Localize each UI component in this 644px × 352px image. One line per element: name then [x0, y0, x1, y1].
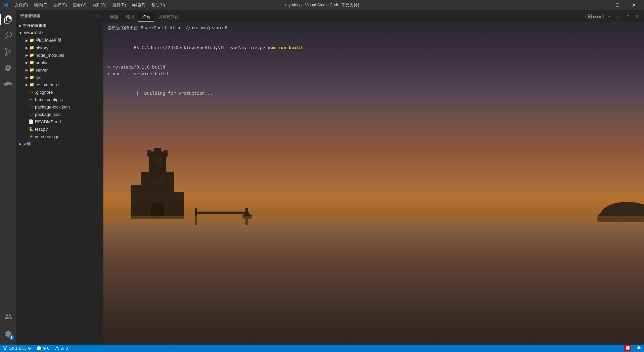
activity-search[interactable] — [0, 28, 16, 44]
terminal-line-prompt: PS C:\Users\123\Desktop\VueStudy\thisvue… — [107, 38, 640, 57]
menu-view[interactable]: 查看(V) — [70, 2, 89, 9]
sidebar-title: 资源管理器 — [20, 13, 40, 18]
terminal-line-blank1 — [107, 31, 640, 38]
maximize-panel-btn[interactable]: ⌃ — [624, 12, 632, 20]
status-warning-count: ⚠ 0 — [61, 346, 68, 351]
menu-help[interactable]: 帮助(H) — [149, 2, 168, 9]
folder-tests[interactable]: ▶ 📁 tests\demo1 — [16, 81, 103, 88]
folder-tests-icon: 📁 — [29, 82, 34, 87]
status-error-count: ⊗ 0 — [43, 346, 49, 351]
terminal-line-hint: 尝试新的跨平台 PowerShell https://aka.ms/pscore… — [107, 25, 640, 31]
minimize-button[interactable]: ─ — [594, 0, 609, 10]
menu-bar: 文件(F) 编辑(E) 选择(S) 查看(V) 转到(G) 运行(R) 终端(T… — [12, 2, 168, 9]
terminal-building-text: Building for production... — [144, 91, 213, 96]
folder-src-label: src — [36, 75, 41, 80]
status-go-version: Go 1.17.3 ⚙ — [9, 346, 31, 351]
folder-server-icon: 📁 — [29, 67, 34, 73]
folder-node-modules-icon: 📁 — [29, 52, 34, 58]
close-button[interactable]: ✕ — [626, 0, 641, 10]
activity-explorer[interactable] — [0, 11, 16, 28]
terminal-content[interactable]: 尝试新的跨平台 PowerShell https://aka.ms/pscore… — [103, 22, 644, 345]
python-file-icon: 🐍 — [28, 126, 34, 132]
folder-server-label: server — [36, 68, 48, 73]
terminal-output-1: > my-aiecp@0.1.0 build — [107, 64, 640, 71]
status-ime-text: 搜 — [624, 345, 631, 351]
outline-section[interactable]: ▶ 大纲 — [16, 140, 103, 147]
project-section[interactable]: ▼ MY-AIECP — [16, 29, 103, 37]
panel-tabs-right: node ＋ ⌄ ⌃ ✕ — [586, 12, 641, 22]
folder-dynamic-routes[interactable]: ▶ 📁 动态路由初版 — [16, 37, 103, 44]
package-icon: ⬡ — [28, 112, 34, 117]
status-errors[interactable]: ⊗ 0 — [34, 345, 52, 352]
menu-file[interactable]: 文件(F) — [12, 2, 31, 9]
file-vue-config[interactable]: ◈ vue.config.js — [16, 133, 103, 140]
file-testpy-label: test.py — [35, 127, 48, 132]
open-editors-section[interactable]: ▶ 打开的编辑器 — [16, 22, 103, 29]
title-bar-controls: ─ □ ✕ — [594, 0, 641, 10]
babel-file-icon: ▪ — [28, 97, 34, 102]
tab-output[interactable]: 输出 — [122, 12, 138, 22]
add-terminal-btn[interactable]: ＋ — [605, 12, 613, 20]
maximize-button[interactable]: □ — [610, 0, 625, 10]
window-title: my-aiecp - Visual Studio Code [不受支持] — [285, 2, 359, 8]
menu-select[interactable]: 选择(S) — [51, 2, 70, 9]
status-notifications[interactable] — [634, 345, 644, 352]
file-readme-label: README.md — [35, 119, 61, 124]
content-area: 问题 输出 终端 调试控制台 node ＋ ⌄ ⌃ ✕ — [103, 10, 644, 345]
tab-problems[interactable]: 问题 — [106, 12, 122, 22]
folder-public[interactable]: ▶ 📁 public — [16, 59, 103, 66]
file-package[interactable]: ⬡ package.json — [16, 111, 103, 118]
folder-server[interactable]: ▶ 📁 server — [16, 66, 103, 74]
folder-src[interactable]: ▶ 📁 src — [16, 74, 103, 81]
status-bar-right: 搜 — [622, 345, 644, 352]
status-warnings[interactable]: ⚠ 0 — [52, 345, 71, 352]
activity-account[interactable] — [0, 308, 16, 324]
file-readme[interactable]: 📄 README.md — [16, 118, 103, 125]
activity-debug[interactable] — [0, 60, 16, 76]
activity-bar: 1 — [0, 10, 16, 345]
status-bar-left: Go 1.17.3 ⚙ ⊗ 0 ⚠ 0 — [0, 345, 71, 352]
folder-history-icon: 📁 — [29, 45, 34, 50]
project-label: MY-AIECP — [24, 31, 43, 35]
file-testpy[interactable]: 🐍 test.py — [16, 125, 103, 133]
terminal-line-blank3 — [107, 77, 640, 84]
file-package-lock[interactable]: ⬡ package-lock.json — [16, 103, 103, 111]
split-terminal-btn[interactable]: ⌄ — [614, 12, 623, 20]
folder-public-label: public — [36, 60, 47, 65]
title-bar-left: 文件(F) 编辑(E) 选择(S) 查看(V) 转到(G) 运行(R) 终端(T… — [3, 2, 168, 9]
folder-src-icon: 📁 — [29, 75, 34, 80]
vue-config-icon: ◈ — [28, 134, 34, 139]
terminal-line-blank2 — [107, 57, 640, 64]
folder-dynamic-label: 动态路由初版 — [36, 37, 62, 43]
activity-source-control[interactable] — [0, 44, 16, 60]
file-gitignore[interactable]: ⬡ .gitignore — [16, 88, 103, 96]
tab-debug-console[interactable]: 调试控制台 — [154, 12, 183, 22]
status-ime[interactable]: 搜 — [622, 345, 634, 352]
status-branch[interactable]: Go 1.17.3 ⚙ — [0, 345, 34, 352]
warning-icon — [55, 346, 59, 351]
activity-extensions[interactable] — [0, 76, 16, 92]
folder-node-modules[interactable]: ▶ 📁 node_modules — [16, 51, 103, 59]
file-package-lock-label: package-lock.json — [35, 104, 70, 109]
folder-history[interactable]: ▶ 📁 history — [16, 44, 103, 51]
menu-terminal[interactable]: 终端(T) — [129, 2, 148, 9]
bell-icon — [637, 346, 641, 351]
menu-run[interactable]: 运行(R) — [110, 2, 129, 9]
folder-history-label: history — [36, 45, 48, 50]
terminal-building-line: | Building for production... — [107, 84, 640, 103]
menu-goto[interactable]: 转到(G) — [90, 2, 109, 9]
tab-terminal[interactable]: 终端 — [138, 12, 154, 22]
close-panel-btn[interactable]: ✕ — [633, 12, 641, 20]
branch-icon — [3, 346, 7, 351]
new-file-icon[interactable]: ⋯ — [94, 13, 99, 19]
terminal-icon — [588, 14, 592, 18]
activity-settings[interactable]: 1 — [0, 326, 16, 342]
activity-bottom: 1 — [0, 308, 16, 345]
node-label: node — [586, 14, 604, 19]
open-editors-chevron: ▶ — [19, 24, 22, 28]
git-file-icon: ⬡ — [28, 89, 34, 95]
folder-tests-label: tests\demo1 — [36, 82, 59, 87]
file-babel[interactable]: ▪ babel.config.js — [16, 96, 103, 103]
sidebar-header-icons: ⋯ — [94, 13, 99, 19]
menu-edit[interactable]: 编辑(E) — [31, 2, 50, 9]
